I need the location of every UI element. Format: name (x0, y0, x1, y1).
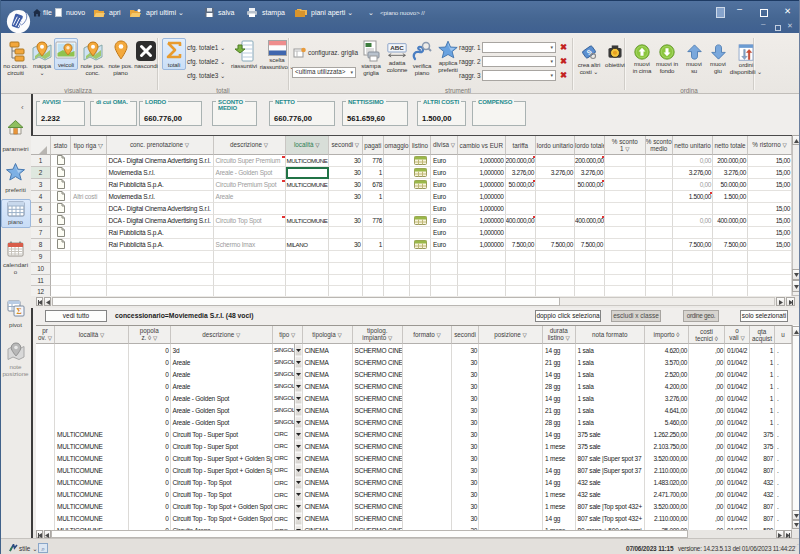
svg-text:ABC: ABC (390, 44, 404, 51)
svg-text:Σ: Σ (16, 307, 21, 316)
